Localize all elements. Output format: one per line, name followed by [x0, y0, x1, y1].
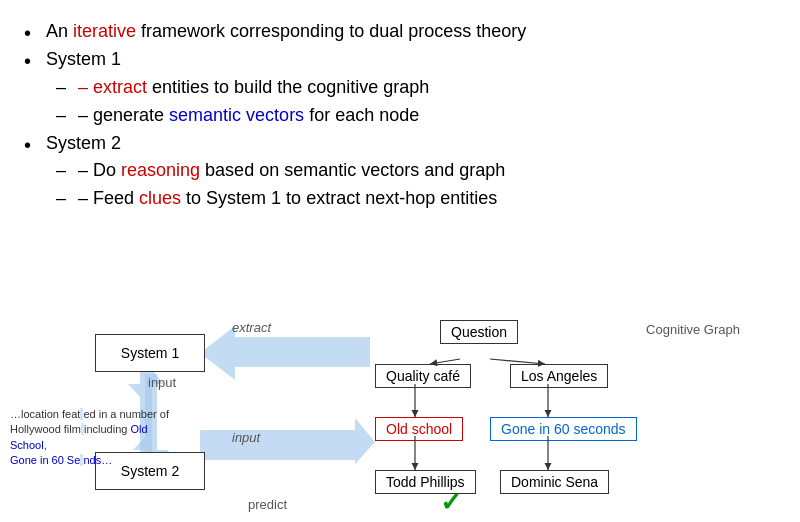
system1-box: System 1: [95, 334, 205, 372]
node-quality-cafe: Quality café: [375, 364, 471, 388]
bullet-3: System 2 – Do reasoning based on semanti…: [24, 130, 776, 214]
system2-sublist: – Do reasoning based on semantic vectors…: [56, 157, 776, 213]
svg-marker-3: [200, 326, 370, 380]
sub-extract: – extract entities to build the cognitiv…: [56, 74, 776, 102]
input-top-label: input: [148, 375, 176, 390]
svg-marker-6: [200, 418, 375, 464]
highlight-semantic: semantic vectors: [169, 105, 304, 125]
predict-label: predict: [248, 497, 287, 512]
highlight-extract: extract: [93, 77, 147, 97]
slide-content: An iterative framework corresponding to …: [0, 0, 800, 223]
sub-semantic: – generate semantic vectors for each nod…: [56, 102, 776, 130]
node-gone-60: Gone in 60 seconds: [490, 417, 637, 441]
bullet-list: An iterative framework corresponding to …: [24, 18, 776, 213]
location-text: …location feat ed in a number of Hollywo…: [10, 407, 185, 469]
input-bottom-label: input: [232, 430, 260, 445]
node-old-school: Old school: [375, 417, 463, 441]
sub-reasoning: – Do reasoning based on semantic vectors…: [56, 157, 776, 185]
sub-clues: – Feed clues to System 1 to extract next…: [56, 185, 776, 213]
node-question: Question: [440, 320, 518, 344]
highlight-clues: clues: [139, 188, 181, 208]
highlight-iterative: iterative: [73, 21, 136, 41]
checkmark-icon: ✓: [440, 487, 462, 518]
diagram: extract input input predict System 1 Sys…: [0, 312, 800, 522]
bullet-1: An iterative framework corresponding to …: [24, 18, 776, 46]
extract-label: extract: [232, 320, 271, 335]
highlight-reasoning: reasoning: [121, 160, 200, 180]
bullet-2: System 1 – extract entities to build the…: [24, 46, 776, 130]
cognitive-graph-label: Cognitive Graph: [646, 322, 740, 337]
node-dominic-sena: Dominic Sena: [500, 470, 609, 494]
system1-sublist: – extract entities to build the cognitiv…: [56, 74, 776, 130]
node-los-angeles: Los Angeles: [510, 364, 608, 388]
